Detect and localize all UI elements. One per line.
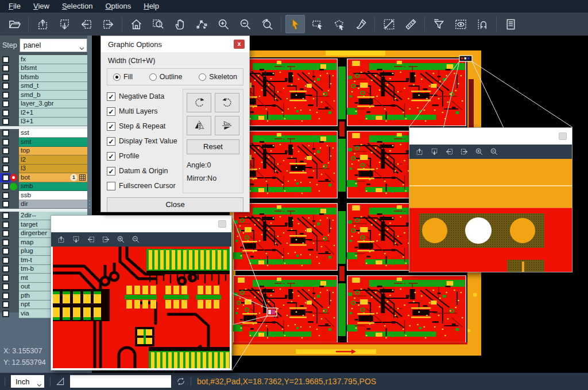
rotate-cw-button[interactable] bbox=[187, 93, 211, 112]
radio-fill[interactable]: Fill bbox=[113, 73, 133, 81]
flip-vertical-button[interactable] bbox=[215, 116, 239, 135]
checkbox-negative-data[interactable]: ✓Negative Data bbox=[107, 89, 180, 104]
pointer-icon[interactable] bbox=[285, 15, 305, 33]
zoom-window-title-bar[interactable] bbox=[409, 128, 572, 145]
layer-row-bot[interactable]: bot1 bbox=[0, 173, 87, 182]
layer-checkbox[interactable] bbox=[0, 155, 17, 165]
layer-checkbox[interactable] bbox=[0, 173, 17, 182]
pan-hand-icon[interactable] bbox=[170, 15, 189, 33]
checkbox-multi-layers[interactable]: ✓Multi Layers bbox=[107, 104, 180, 119]
zoom-window-right[interactable] bbox=[409, 127, 572, 272]
window-button[interactable] bbox=[559, 132, 567, 140]
zoom-out-icon[interactable] bbox=[129, 234, 142, 245]
dialog-close-button[interactable]: x bbox=[234, 40, 245, 49]
layer-checkbox[interactable] bbox=[0, 212, 17, 221]
layer-checkbox[interactable] bbox=[0, 220, 17, 229]
ruler-icon[interactable] bbox=[401, 15, 420, 33]
checkbox-profile[interactable]: ✓Profile bbox=[107, 149, 180, 163]
rotate-ccw-button[interactable] bbox=[215, 93, 239, 112]
box-up-icon[interactable] bbox=[413, 146, 426, 158]
snap-icon[interactable] bbox=[473, 15, 492, 33]
flip-horizontal-button[interactable] bbox=[187, 116, 211, 135]
layer-checkbox[interactable] bbox=[0, 200, 17, 209]
layer-checkbox[interactable] bbox=[0, 256, 17, 265]
menu-file[interactable]: File bbox=[2, 0, 27, 13]
layer-row-smd_b[interactable]: smd_b bbox=[0, 91, 87, 100]
layer-row-smb[interactable]: smb bbox=[0, 182, 87, 192]
menu-options[interactable]: Options bbox=[99, 0, 137, 13]
measure-icon[interactable] bbox=[379, 15, 399, 33]
layer-checkbox[interactable] bbox=[0, 265, 17, 274]
checkbox-display-text-value[interactable]: ✓Display Text Value bbox=[107, 134, 180, 149]
clean-brush-icon[interactable] bbox=[351, 15, 370, 33]
layer-row-ssb[interactable]: ssb bbox=[0, 191, 87, 200]
refresh-icon[interactable] bbox=[176, 376, 186, 387]
zoom-out-icon[interactable] bbox=[488, 146, 501, 158]
zoom-area-icon[interactable] bbox=[148, 15, 168, 33]
filter-icon[interactable] bbox=[429, 15, 448, 33]
layer-checkbox[interactable] bbox=[0, 82, 17, 91]
zoom-window-bottom-left[interactable] bbox=[51, 215, 232, 370]
box-down-icon[interactable] bbox=[55, 15, 74, 33]
layer-checkbox[interactable] bbox=[0, 247, 17, 256]
zoom-window-title-bar[interactable] bbox=[51, 216, 231, 232]
layer-checkbox[interactable] bbox=[0, 191, 17, 200]
box-left-icon[interactable] bbox=[84, 234, 98, 245]
layer-row-top[interactable]: top bbox=[0, 147, 87, 156]
layer-checkbox[interactable] bbox=[0, 91, 17, 100]
radio-outline[interactable]: Outline bbox=[149, 73, 183, 81]
zoom-in-icon[interactable] bbox=[214, 15, 233, 33]
layer-checkbox[interactable] bbox=[0, 108, 17, 118]
layer-checkbox[interactable] bbox=[0, 238, 17, 247]
layer-checkbox[interactable] bbox=[0, 229, 17, 239]
checkbox-step-repeat[interactable]: ✓Step & Repeat bbox=[107, 119, 180, 134]
zoom-out-icon[interactable] bbox=[235, 15, 255, 33]
box-right-icon[interactable] bbox=[98, 15, 118, 33]
layer-checkbox[interactable] bbox=[0, 129, 17, 138]
zoom-in-icon[interactable] bbox=[114, 234, 127, 245]
box-up-icon[interactable] bbox=[33, 15, 52, 33]
layer-row-l2[interactable]: l2 bbox=[0, 155, 87, 165]
window-button[interactable] bbox=[218, 220, 226, 228]
layer-row-l3+1[interactable]: l3+1 bbox=[0, 118, 87, 127]
dialog-title-bar[interactable]: Graphic Options x bbox=[101, 36, 249, 52]
layer-checkbox[interactable] bbox=[0, 73, 17, 82]
menu-help[interactable]: Help bbox=[137, 0, 165, 13]
layer-checkbox[interactable] bbox=[0, 309, 17, 318]
report-icon[interactable] bbox=[501, 15, 520, 33]
layer-checkbox[interactable] bbox=[0, 301, 17, 310]
menu-view[interactable]: View bbox=[27, 0, 56, 13]
folder-icon[interactable] bbox=[5, 15, 24, 33]
layer-row-l2+1[interactable]: l2+1 bbox=[0, 108, 87, 118]
layer-checkbox[interactable] bbox=[0, 118, 17, 127]
layer-checkbox[interactable] bbox=[0, 64, 17, 73]
layer-checkbox[interactable] bbox=[0, 100, 17, 109]
box-up-icon[interactable] bbox=[55, 234, 68, 245]
box-down-icon[interactable] bbox=[428, 146, 441, 158]
layer-row-layer_3.gbr[interactable]: layer_3.gbr bbox=[0, 100, 87, 109]
box-down-icon[interactable] bbox=[69, 234, 83, 245]
reset-button[interactable]: Reset bbox=[187, 139, 239, 154]
checkbox-fullscreen-cursor[interactable]: Fullscreen Cursor bbox=[107, 178, 180, 193]
move-vertex-icon[interactable] bbox=[192, 15, 211, 33]
layer-checkbox[interactable] bbox=[0, 283, 17, 292]
box-right-icon[interactable] bbox=[458, 146, 471, 158]
box-left-icon[interactable] bbox=[443, 146, 456, 158]
box-left-icon[interactable] bbox=[76, 15, 96, 33]
close-button[interactable]: Close bbox=[107, 197, 243, 212]
layer-checkbox[interactable] bbox=[0, 182, 17, 192]
angle-tool-icon[interactable] bbox=[55, 376, 65, 387]
layer-row-bfsmt[interactable]: bfsmt bbox=[0, 64, 87, 73]
layer-checkbox[interactable] bbox=[0, 138, 17, 147]
poly-select-icon[interactable] bbox=[329, 15, 349, 33]
zoom-in-icon[interactable] bbox=[473, 146, 486, 158]
layer-row-sst[interactable]: sst bbox=[0, 129, 87, 138]
radio-skeleton[interactable]: Skeleton bbox=[199, 73, 237, 81]
layer-checkbox[interactable] bbox=[0, 147, 17, 156]
rect-select-icon[interactable] bbox=[307, 15, 327, 33]
layer-checkbox[interactable] bbox=[0, 55, 17, 64]
menu-selection[interactable]: Selection bbox=[56, 0, 99, 13]
layer-row-fx[interactable]: fx bbox=[0, 55, 87, 64]
checkbox-datum-origin[interactable]: ✓Datum & Origin bbox=[107, 163, 180, 178]
layer-checkbox[interactable] bbox=[0, 291, 17, 301]
